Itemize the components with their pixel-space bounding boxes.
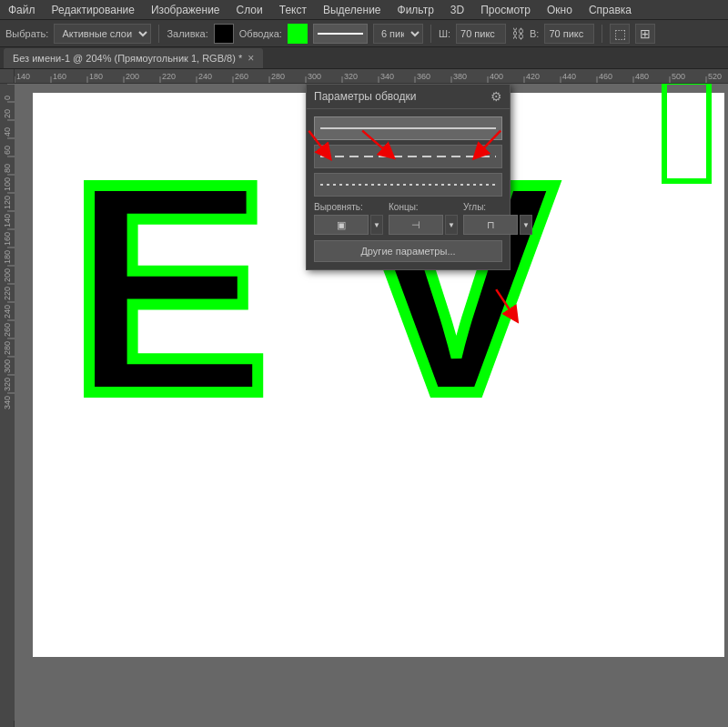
ends-select-row: ⊣ ▼ [389, 215, 458, 235]
menu-bar: Файл Редактирование Изображение Слои Тек… [0, 0, 728, 20]
document-tab[interactable]: Без имени-1 @ 204% (Прямоугольник 1, RGB… [4, 48, 263, 68]
ruler-vertical [0, 84, 15, 727]
stroke-label: Обводка: [239, 28, 282, 39]
menu-layers[interactable]: Слои [232, 2, 268, 18]
layer-dropdown[interactable]: Активные слои [54, 24, 151, 44]
chain-icon[interactable]: ⛓ [511, 26, 524, 41]
menu-image[interactable]: Изображение [147, 2, 225, 18]
separator-3 [602, 25, 602, 43]
ruler-corner [0, 69, 15, 84]
stroke-solid-line [320, 127, 496, 129]
ends-label: Концы: [389, 202, 458, 212]
popup-title: Параметры обводки [314, 90, 416, 103]
stroke-solid-option[interactable] [314, 116, 502, 140]
menu-text[interactable]: Текст [275, 2, 311, 18]
corners-select-row: ⊓ ▼ [463, 215, 532, 235]
menu-view[interactable]: Просмотр [476, 2, 535, 18]
ends-icon: ⊣ [411, 219, 420, 231]
ruler-h-canvas [15, 69, 728, 84]
menu-edit[interactable]: Редактирование [47, 2, 139, 18]
tab-title: Без имени-1 @ 204% (Прямоугольник 1, RGB… [13, 53, 242, 64]
main-content: E V Параметры обводки ⚙ [0, 69, 728, 727]
stroke-dashed-line [320, 156, 496, 157]
ends-select-box[interactable]: ⊣ [389, 215, 443, 235]
align-select-box[interactable]: ▣ [314, 215, 369, 235]
tab-close-button[interactable]: × [248, 52, 254, 65]
align-icon: ▣ [337, 219, 346, 231]
letter-e: E [69, 138, 269, 439]
align-label: Выровнять: [314, 202, 383, 212]
stroke-dotted-option[interactable] [314, 173, 502, 197]
corners-icon: ⊓ [487, 219, 495, 231]
ends-group: Концы: ⊣ ▼ [389, 202, 458, 235]
stroke-style-line [318, 33, 363, 35]
corners-group: Углы: ⊓ ▼ [463, 202, 532, 235]
ruler-row [0, 69, 728, 84]
menu-file[interactable]: Файл [4, 2, 40, 18]
canvas-area[interactable]: E V Параметры обводки ⚙ [15, 84, 728, 727]
work-area: E V Параметры обводки ⚙ [0, 84, 728, 727]
width-input[interactable] [456, 24, 506, 44]
stroke-dotted-line [320, 184, 496, 186]
align-group: Выровнять: ▣ ▼ [314, 202, 383, 235]
ruler-v-canvas [0, 84, 15, 721]
corners-select-box[interactable]: ⊓ [463, 215, 518, 235]
menu-3d[interactable]: 3D [446, 2, 469, 18]
popup-content: Выровнять: ▣ ▼ Концы: [307, 109, 510, 269]
fill-color-box[interactable] [214, 24, 234, 44]
distribute-icon-btn[interactable]: ⊞ [635, 24, 655, 44]
align-icon-btn[interactable]: ⬚ [610, 24, 630, 44]
height-label: В: [530, 28, 539, 39]
stroke-size-input[interactable]: 6 пикс. [373, 24, 423, 44]
stroke-color-box[interactable] [288, 24, 308, 44]
toolbar: Выбрать: Активные слои Заливка: Обводка:… [0, 20, 728, 47]
popup-gear-icon[interactable]: ⚙ [490, 89, 502, 104]
fill-label: Заливка: [167, 28, 207, 39]
menu-window[interactable]: Окно [542, 2, 577, 18]
align-dropdown-arrow[interactable]: ▼ [370, 215, 383, 235]
popup-header: Параметры обводки ⚙ [307, 85, 510, 109]
menu-help[interactable]: Справка [584, 2, 636, 18]
separator-2 [430, 25, 431, 43]
menu-filter[interactable]: Фильтр [393, 2, 439, 18]
stroke-popup: Параметры обводки ⚙ [306, 84, 511, 270]
ends-dropdown-arrow[interactable]: ▼ [445, 215, 458, 235]
align-select-row: ▣ ▼ [314, 215, 383, 235]
separator-1 [158, 25, 159, 43]
stroke-options-row: Выровнять: ▣ ▼ Концы: [314, 202, 502, 235]
select-label: Выбрать: [5, 28, 48, 39]
corners-label: Углы: [463, 202, 532, 212]
height-input[interactable] [544, 24, 594, 44]
green-outline-box [662, 84, 712, 184]
ruler-horizontal [15, 69, 728, 84]
width-label: Ш: [439, 28, 450, 39]
other-params-button[interactable]: Другие параметры... [314, 240, 502, 262]
tab-bar: Без имени-1 @ 204% (Прямоугольник 1, RGB… [0, 47, 728, 69]
stroke-style-dropdown[interactable] [313, 24, 368, 44]
menu-select[interactable]: Выделение [318, 2, 386, 18]
stroke-dashed-option[interactable] [314, 145, 502, 168]
corners-dropdown-arrow[interactable]: ▼ [520, 215, 532, 235]
